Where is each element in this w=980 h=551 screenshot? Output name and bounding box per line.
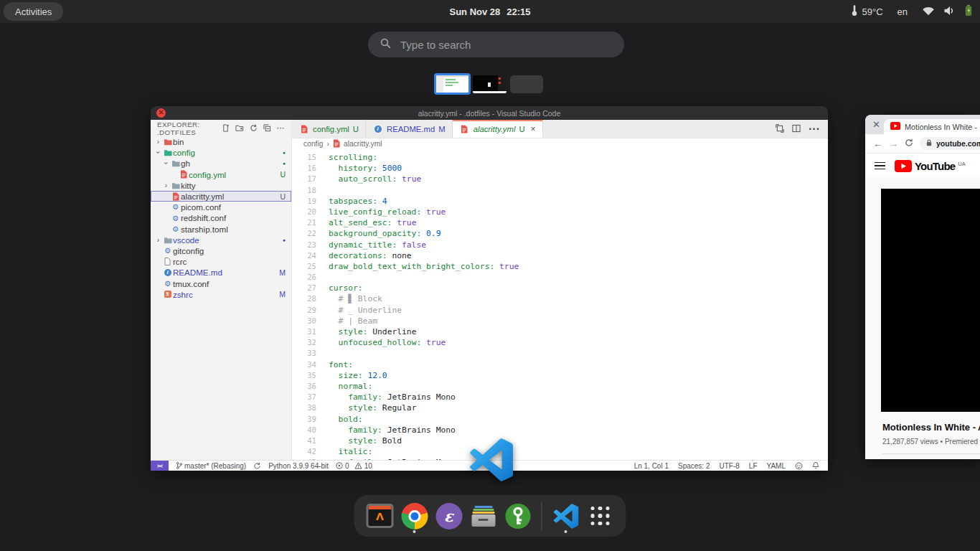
reload-button[interactable] [905,137,913,150]
clock-date: Sun Nov 28 [449,6,500,17]
menu-hamburger-icon[interactable] [875,162,885,170]
explorer-item-config[interactable]: ›config● [151,147,291,158]
indentation-status[interactable]: Spaces: 2 [678,462,710,470]
chrome-tab-youtube[interactable]: Motionless In White - [884,119,980,134]
tab-alacritty.yml[interactable]: alacritty.ymlU× [453,120,543,138]
workspace-thumbnail-empty[interactable] [510,75,543,93]
explorer-item-bin[interactable]: ›bin [151,136,291,147]
item-label: starship.toml [181,225,228,234]
line-number: 31 [292,326,329,337]
system-status-area[interactable]: 59°C en [852,0,973,23]
line-number: 28 [292,293,329,304]
explorer-item-starship.toml[interactable]: ⚙starship.toml [151,224,291,235]
explorer-item-redshift.conf[interactable]: ⚙redshift.conf [151,212,291,223]
split-editor-icon[interactable] [792,123,801,136]
explorer-item-zshrc[interactable]: $zshrcM [151,289,291,300]
dock-item-alacritty-terminal[interactable]: Λ [366,497,395,534]
shell-icon: $ [162,291,173,298]
editor-code[interactable]: 15scrolling:16 history: 500017 auto_scro… [292,149,828,460]
sync-icon[interactable] [253,462,261,470]
cursor-position[interactable]: Ln 1, Col 1 [634,462,669,470]
explorer-item-vscode[interactable]: ›vscode● [151,235,291,245]
line-number: 37 [292,392,329,402]
forward-button[interactable]: → [889,138,898,149]
remote-indicator[interactable]: >< [151,461,169,471]
tab-README.md[interactable]: iREADME.mdM [366,120,453,138]
window-close-button[interactable]: ✕ [156,108,166,118]
clock-button[interactable]: Sun Nov 28 22:15 [449,0,530,23]
tab-config.yml[interactable]: config.ymlU [292,120,366,138]
vscode-title-bar[interactable]: ✕ alacritty.yml - .dotfiles - Visual Stu… [151,106,828,120]
collapse-all-icon[interactable] [263,124,271,132]
workspace-thumbnail-vscode[interactable] [434,73,471,95]
line-number: 39 [292,414,329,425]
problems-status[interactable]: 0 10 [336,462,372,470]
gear-icon: ⚙ [170,215,181,222]
new-file-icon[interactable] [222,124,230,132]
files-icon [471,506,495,527]
more-actions-icon[interactable]: ··· [277,124,285,132]
thumb-decoration [446,82,458,83]
vscode-drag-icon[interactable] [468,438,513,484]
explorer-item-rcrc[interactable]: rcrc [151,256,291,267]
dock-item-vscode[interactable] [552,497,580,534]
line-number: 27 [292,283,329,293]
line-number: 29 [292,305,329,316]
language-mode[interactable]: YAML [767,462,786,470]
notifications-bell-icon[interactable] [812,461,819,470]
explorer-item-gitconfig[interactable]: ⚙gitconfig [151,245,291,256]
code-line: 24decorations: none [292,250,828,261]
git-status-badge: M [279,290,286,298]
dock-item-keepass[interactable] [504,497,532,534]
explorer-item-gh[interactable]: ›gh● [151,158,291,169]
video-player[interactable] [881,189,980,412]
branch-icon [176,461,182,470]
line-number: 22 [292,228,329,239]
eol-status[interactable]: LF [749,462,758,470]
youtube-logo[interactable]: YouTube UA [895,160,966,172]
line-number: 34 [292,359,329,370]
line-number: 32 [292,337,329,348]
python-interpreter[interactable]: Python 3.9.9 64-bit [268,462,329,470]
code-line: 26 [292,272,828,283]
encoding-status[interactable]: UTF-8 [719,462,739,470]
address-bar[interactable]: youtube.com/wa [920,137,980,150]
editor-more-icon[interactable]: ··· [809,123,820,136]
search-input[interactable]: Type to search [368,32,624,57]
code-line: 15scrolling: [292,152,828,163]
dock-item-files[interactable] [469,497,498,534]
tab-close-icon[interactable]: × [531,124,536,134]
git-branch-status[interactable]: master* (Rebasing) [176,461,246,470]
divider [882,453,980,454]
explorer-item-alacritty.yml[interactable]: alacritty.ymlU [151,191,291,202]
git-status-badge: ● [283,161,286,166]
line-number: 41 [292,435,329,446]
explorer-item-README.md[interactable]: iREADME.mdM [151,267,291,278]
code-line: 20live_config_reload: true [292,207,828,217]
explorer-item-config.yml[interactable]: config.ymlU [151,169,291,180]
clock-time: 22:15 [507,6,530,17]
breadcrumb-folder[interactable]: config [303,140,323,148]
refresh-icon[interactable] [250,124,258,132]
dock-item-emacs[interactable]: ε [435,497,463,534]
dock-item-app-grid[interactable] [586,497,615,534]
activities-button[interactable]: Activities [4,2,63,21]
workspace-thumbnail-youtube[interactable] [473,75,507,93]
dock-item-chrome[interactable] [400,497,429,534]
tab-close-icon[interactable]: ✕ [872,120,880,129]
toggle-layout-icon[interactable] [776,123,784,136]
breadcrumb-file[interactable]: alacritty.yml [344,140,382,148]
explorer-item-tmux.conf[interactable]: ⚙tmux.conf [151,278,291,288]
git-status-badge: U [280,192,286,201]
error-icon [336,462,343,469]
new-folder-icon[interactable] [235,124,244,132]
volume-icon [943,6,956,18]
tab-label: README.md [387,125,435,133]
code-line: 18 [292,185,828,196]
chrome-tab-strip: ✕ Motionless In White - [865,115,980,134]
explorer-item-kitty[interactable]: ›kitty [151,180,291,191]
explorer-item-picom.conf[interactable]: ⚙picom.conf [151,202,291,212]
feedback-icon[interactable] [795,462,803,470]
running-indicator [413,530,416,533]
back-button[interactable]: ← [873,138,882,149]
